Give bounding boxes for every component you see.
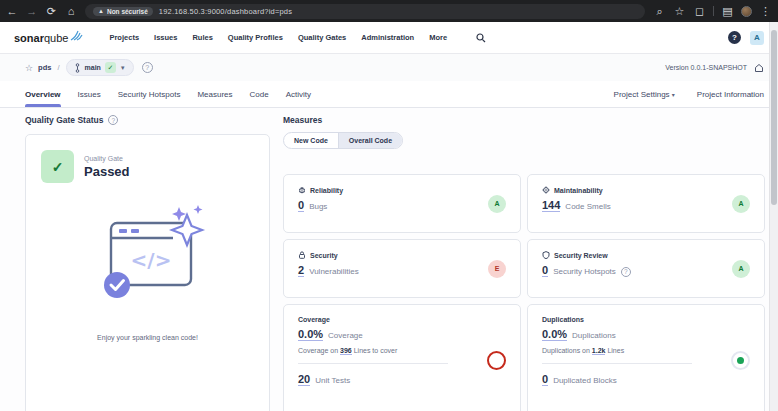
browser-toolbar: ← → ⟳ ⌂ ▲ Non sécurisé 192.168.50.3:9000… xyxy=(0,0,778,22)
panel-icon[interactable]: ▤ xyxy=(721,6,734,17)
coverage-card: Coverage 0.0% Coverage Coverage on 396 L… xyxy=(283,304,521,411)
version-label: Version 0.0.1-SNAPSHOT xyxy=(665,64,747,71)
breadcrumb-separator: / xyxy=(57,63,59,72)
measures-heading: Measures xyxy=(283,115,765,125)
tab-code[interactable]: Code xyxy=(250,81,269,107)
search-icon[interactable] xyxy=(476,33,486,43)
help-icon[interactable]: ? xyxy=(728,31,741,44)
tab-issues[interactable]: Issues xyxy=(78,81,101,107)
chevron-down-icon: ▼ xyxy=(120,65,126,71)
main-nav: Projects Issues Rules Quality Profiles Q… xyxy=(109,33,486,43)
nav-projects[interactable]: Projects xyxy=(109,33,139,42)
reliability-card: Reliability 0 Bugs A xyxy=(283,174,521,233)
browser-profile-avatar[interactable] xyxy=(741,6,752,17)
shield-icon xyxy=(542,251,550,259)
divider xyxy=(298,363,448,364)
measures-panel: Measures New Code Overall Code Reliabili… xyxy=(283,115,765,411)
project-tab-bar: Overview Issues Security Hotspots Measur… xyxy=(0,81,778,108)
branch-name: main xyxy=(85,64,101,71)
duplications-card: Duplications 0.0% Duplications Duplicati… xyxy=(527,304,765,411)
zoom-icon[interactable]: ⌕ xyxy=(653,6,666,17)
chevron-down-icon: ▾ xyxy=(672,92,675,98)
quality-gate-heading: Quality Gate Status ? xyxy=(25,115,270,125)
overall-code-toggle[interactable]: Overall Code xyxy=(338,133,402,148)
clean-code-caption: Enjoy your sparkling clean code! xyxy=(41,334,254,341)
warning-icon: ▲ xyxy=(98,8,104,14)
code-smells-count-link[interactable]: 144 xyxy=(542,199,560,212)
breadcrumb: ☆ pds / main ✓ ▼ ? Version 0.0.1-SNAPSHO… xyxy=(0,54,778,81)
bookmark-star-icon[interactable]: ☆ xyxy=(673,6,686,17)
lines-to-cover-link[interactable]: 396 xyxy=(340,347,352,355)
clean-code-illustration: </> xyxy=(41,205,254,310)
nav-quality-gates[interactable]: Quality Gates xyxy=(298,33,346,42)
branch-selector[interactable]: main ✓ ▼ xyxy=(66,59,134,76)
extensions-icon[interactable]: ◻ xyxy=(693,6,706,17)
security-hotspots-count-link[interactable]: 0 xyxy=(542,264,548,277)
quality-gate-status: Passed xyxy=(84,164,130,179)
maintainability-rating-badge: A xyxy=(732,195,750,213)
measure-cards-grid: Reliability 0 Bugs A Maintainability xyxy=(283,174,765,411)
bugs-count-link[interactable]: 0 xyxy=(298,199,304,212)
logo-wave-icon xyxy=(70,30,83,41)
bug-icon xyxy=(298,186,306,194)
quality-gate-card: ✓ Quality Gate Passed </> xyxy=(25,134,270,411)
nav-rules[interactable]: Rules xyxy=(192,33,212,42)
duplication-density-indicator xyxy=(731,351,750,370)
branch-icon xyxy=(74,63,81,73)
menu-dots-icon[interactable]: ⋮ xyxy=(759,6,772,17)
favorite-star-icon[interactable]: ☆ xyxy=(25,63,33,73)
security-hotspots-help-icon[interactable]: ? xyxy=(621,267,631,277)
scrollbar-thumb[interactable] xyxy=(771,30,777,205)
quality-gate-panel: Quality Gate Status ? ✓ Quality Gate Pas… xyxy=(25,115,270,411)
quality-gate-label: Quality Gate xyxy=(84,155,130,162)
svg-text:</>: </> xyxy=(130,248,171,272)
user-avatar[interactable]: A xyxy=(750,31,764,45)
nav-administration[interactable]: Administration xyxy=(361,33,414,42)
security-rating-badge: E xyxy=(488,260,506,278)
reliability-rating-badge: A xyxy=(488,195,506,213)
gear-icon xyxy=(542,186,550,194)
duplication-lines-link[interactable]: 1.2k xyxy=(592,347,606,355)
url-text: 192.168.50.3:9000/dashboard?id=pds xyxy=(159,7,292,16)
screen: ← → ⟳ ⌂ ▲ Non sécurisé 192.168.50.3:9000… xyxy=(0,0,778,411)
tab-activity[interactable]: Activity xyxy=(286,81,311,107)
project-name[interactable]: pds xyxy=(38,63,51,72)
new-code-toggle[interactable]: New Code xyxy=(284,133,338,148)
duplicated-blocks-count-link[interactable]: 0 xyxy=(542,373,548,386)
tab-security-hotspots[interactable]: Security Hotspots xyxy=(118,81,181,107)
unit-tests-count-link[interactable]: 20 xyxy=(298,373,310,386)
nav-more[interactable]: More xyxy=(429,33,447,42)
homepage-icon[interactable] xyxy=(754,63,764,73)
security-review-card: Security Review 0 Security Hotspots ? A xyxy=(527,239,765,298)
tab-measures[interactable]: Measures xyxy=(197,81,232,107)
divider xyxy=(542,363,692,364)
security-review-rating-badge: A xyxy=(732,260,750,278)
maintainability-card: Maintainability 144 Code Smells A xyxy=(527,174,765,233)
vulnerabilities-count-link[interactable]: 2 xyxy=(298,264,304,277)
branch-help-icon[interactable]: ? xyxy=(142,62,153,73)
sonarqube-logo[interactable]: sonarqube xyxy=(14,32,83,44)
coverage-ring-indicator xyxy=(487,351,506,370)
sonarqube-header: sonarqube Projects Issues Rules Quality … xyxy=(0,22,778,54)
project-information-link[interactable]: Project Information xyxy=(697,90,764,99)
security-card: Security 2 Vulnerabilities E xyxy=(283,239,521,298)
branch-quality-gate-check-icon: ✓ xyxy=(105,62,116,73)
security-badge[interactable]: ▲ Non sécurisé xyxy=(93,7,153,16)
address-bar[interactable]: ▲ Non sécurisé 192.168.50.3:9000/dashboa… xyxy=(85,4,645,19)
forward-icon[interactable]: → xyxy=(26,6,38,17)
project-settings-menu[interactable]: Project Settings ▾ xyxy=(614,90,675,99)
nav-quality-profiles[interactable]: Quality Profiles xyxy=(228,33,283,42)
reload-icon[interactable]: ⟳ xyxy=(46,6,58,17)
divider xyxy=(713,6,714,16)
duplications-percent-link[interactable]: 0.0% xyxy=(542,328,567,341)
page-scrollbar[interactable] xyxy=(769,22,778,411)
lock-icon xyxy=(298,251,306,259)
nav-issues[interactable]: Issues xyxy=(154,33,177,42)
coverage-percent-link[interactable]: 0.0% xyxy=(298,328,323,341)
tab-overview[interactable]: Overview xyxy=(25,81,61,107)
quality-gate-help-icon[interactable]: ? xyxy=(108,115,118,125)
home-icon[interactable]: ⌂ xyxy=(65,6,77,17)
passed-check-icon: ✓ xyxy=(41,150,74,183)
back-icon[interactable]: ← xyxy=(6,6,18,17)
code-scope-toggle: New Code Overall Code xyxy=(283,132,403,149)
